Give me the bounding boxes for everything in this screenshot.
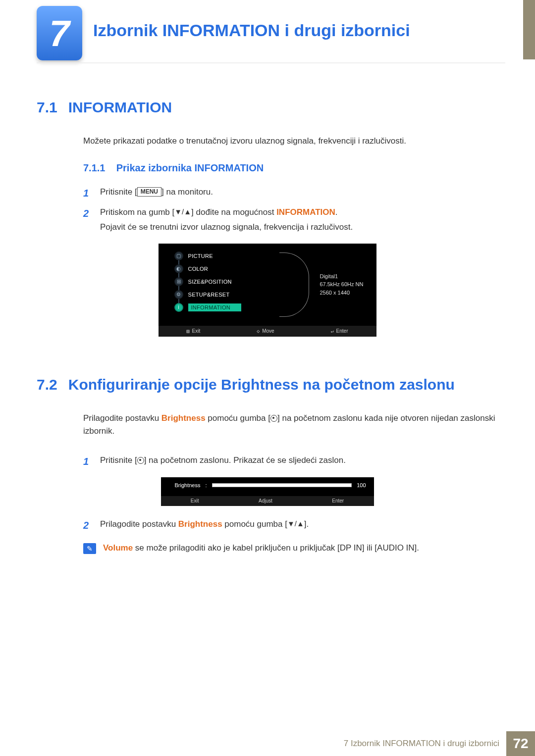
osd-item-picture: ▢ PICTURE [173, 250, 277, 262]
divider [37, 62, 505, 63]
osd-info-frequency: 67.5kHz 60Hz NN [320, 280, 363, 289]
osd-footer: Exit Adjust Enter [161, 496, 374, 506]
circle-button-icon [137, 457, 144, 464]
page-footer: 7 Izbornik INFORMATION i drugi izbornici… [0, 731, 535, 756]
section-title: Konfiguriranje opcije Brightness na poče… [68, 376, 455, 393]
brightness-value: 100 [357, 482, 366, 488]
step-text: Pritisnite [MENU] na monitoru. [100, 185, 213, 202]
step-text: Pritisnite [] na početnom zaslonu. Prika… [100, 453, 346, 470]
footer-chapter-ref: 7 Izbornik INFORMATION i drugi izbornici [344, 739, 506, 749]
size-icon: ⊞ [174, 277, 183, 286]
osd-enter-label: Enter [331, 328, 348, 334]
step-text: Pritiskom na gumb [▼/▲] dođite na mogućn… [100, 205, 353, 235]
chapter-title: Izbornik INFORMATION i drugi izbornici [93, 21, 410, 40]
step-2: 2 Pritiskom na gumb [▼/▲] dođite na mogu… [83, 205, 498, 235]
osd-enter-label: Enter [332, 498, 344, 504]
step-number: 2 [83, 205, 92, 235]
info-icon: i [174, 303, 183, 312]
osd-item-setup-reset: ⚙ SETUP&RESET [173, 288, 277, 301]
circle-button-icon [270, 415, 277, 422]
down-up-arrows-icon: ▼/▲ [174, 205, 191, 218]
section-heading-7-1: 7.1 INFORMATION [37, 99, 498, 116]
brightness-label: Brightness [175, 482, 201, 488]
step-1: 1 Pritisnite [MENU] na monitoru. [83, 185, 498, 202]
chapter-number: 7 [49, 12, 69, 54]
down-up-arrows-icon: ▼/▲ [287, 517, 304, 530]
osd-item-information: i INFORMATION [173, 301, 277, 314]
osd-brace-icon [279, 252, 309, 317]
color-icon: ◐ [174, 264, 183, 273]
osd-brightness-bar: Brightness : 100 Exit Adjust Enter [161, 477, 374, 506]
osd-brightness-row: Brightness : 100 [161, 477, 374, 491]
note-icon: ✎ [83, 543, 96, 554]
osd-information-menu: ▢ PICTURE ◐ COLOR ⊞ SIZE&POSITION ⚙ SETU… [159, 244, 376, 337]
osd-adjust-label: Adjust [259, 498, 272, 504]
picture-icon: ▢ [174, 252, 183, 260]
page-content: 7.1 INFORMATION Možete prikazati podatke… [37, 89, 498, 554]
steps-7-2: 1 Pritisnite [] na početnom zaslonu. Pri… [83, 453, 498, 470]
osd-move-label: Move [257, 328, 274, 334]
osd-info-resolution: 2560 x 1440 [320, 289, 363, 297]
osd-item-size-position: ⊞ SIZE&POSITION [173, 275, 277, 288]
steps-7-1-1: 1 Pritisnite [MENU] na monitoru. 2 Priti… [83, 185, 498, 235]
keyword-brightness: Brightness [178, 519, 222, 529]
keyword-brightness: Brightness [161, 413, 206, 423]
section-heading-7-2: 7.2 Konfiguriranje opcije Brightness na … [37, 376, 498, 393]
setup-icon: ⚙ [174, 290, 183, 299]
subsection-number: 7.1.1 [83, 162, 105, 173]
step-number: 1 [83, 185, 92, 202]
step-text: Prilagodite postavku Brightness pomoću g… [100, 517, 309, 534]
osd-info-source: Digital1 [320, 272, 363, 281]
subsection-heading-7-1-1: 7.1.1 Prikaz izbornika INFORMATION [83, 162, 498, 174]
osd-exit-label: Exit [186, 328, 200, 334]
osd-exit-label: Exit [191, 498, 199, 504]
chapter-tab: 7 [37, 6, 82, 60]
step-2: 2 Prilagodite postavku Brightness pomoću… [83, 517, 498, 534]
keyword-information: INFORMATION [276, 207, 335, 217]
separator: : [205, 482, 207, 488]
subsection-title: Prikaz izbornika INFORMATION [116, 162, 264, 173]
osd-footer: Exit Move Enter [159, 326, 376, 337]
osd-item-color: ◐ COLOR [173, 262, 277, 275]
step-number: 2 [83, 517, 92, 534]
note: ✎ Volume se može prilagoditi ako je kabe… [83, 543, 498, 554]
osd-info-panel: Digital1 67.5kHz 60Hz NN 2560 x 1440 [320, 272, 363, 297]
page-number: 72 [506, 731, 535, 756]
note-text: Volume se može prilagoditi ako je kabel … [103, 543, 419, 554]
section-number: 7.2 [37, 376, 57, 393]
osd-menu-list: ▢ PICTURE ◐ COLOR ⊞ SIZE&POSITION ⚙ SETU… [173, 250, 277, 314]
intro-text: Možete prikazati podatke o trenutačnoj i… [83, 135, 498, 148]
menu-button-label: MENU [137, 187, 161, 197]
step-number: 1 [83, 453, 92, 470]
section-title: INFORMATION [68, 99, 172, 116]
keyword-volume: Volume [103, 543, 133, 553]
steps-7-2-cont: 2 Prilagodite postavku Brightness pomoću… [83, 517, 498, 534]
section-number: 7.1 [37, 99, 57, 116]
top-accent-bar [523, 0, 535, 59]
intro-text-7-2: Prilagodite postavku Brightness pomoću g… [83, 412, 498, 438]
brightness-bar [212, 483, 352, 487]
step-1: 1 Pritisnite [] na početnom zaslonu. Pri… [83, 453, 498, 470]
